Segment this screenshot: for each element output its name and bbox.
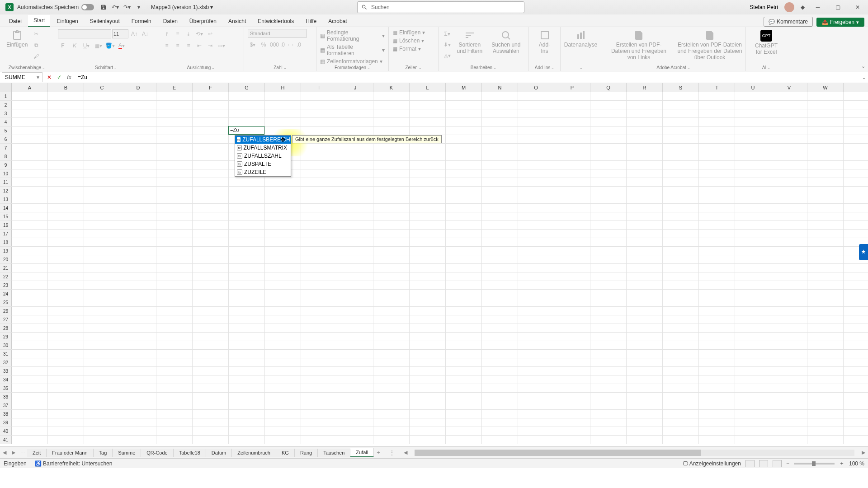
grid-cell[interactable] <box>518 341 554 349</box>
select-all-triangle[interactable] <box>0 83 12 92</box>
grid-cell[interactable] <box>663 350 699 358</box>
grid-cell[interactable] <box>590 178 627 186</box>
grid-cell[interactable] <box>301 204 337 212</box>
grid-cell[interactable] <box>337 118 373 126</box>
row-header[interactable]: 32 <box>0 358 12 366</box>
grid-cell[interactable] <box>699 410 735 418</box>
grid-cell[interactable] <box>663 109 699 117</box>
grid-cell[interactable] <box>518 281 554 289</box>
grid-cell[interactable] <box>699 298 735 306</box>
grid-cell[interactable] <box>193 135 229 143</box>
grid-cell[interactable] <box>373 161 410 169</box>
sort-filter-button[interactable]: Sortieren und Filtern <box>453 29 486 55</box>
grid-cell[interactable] <box>12 384 48 392</box>
grid-cell[interactable] <box>265 350 301 358</box>
grid-cell[interactable] <box>590 350 627 358</box>
grid-cell[interactable] <box>771 212 807 221</box>
grid-cell[interactable] <box>120 144 156 152</box>
grid-cell[interactable] <box>699 135 735 143</box>
grid-cell[interactable] <box>590 375 627 384</box>
grid-cell[interactable] <box>771 178 807 186</box>
grid-cell[interactable] <box>735 358 771 366</box>
grid-cell[interactable] <box>229 255 265 263</box>
grid-cell[interactable] <box>807 169 844 178</box>
grid-cell[interactable] <box>373 247 410 255</box>
grid-cell[interactable] <box>229 230 265 238</box>
grid-cell[interactable] <box>265 401 301 409</box>
grid-cell[interactable] <box>265 333 301 341</box>
conditional-formatting-button[interactable]: ▦ Bedingte Formatierung ▾ <box>320 29 385 42</box>
grid-cell[interactable] <box>265 324 301 332</box>
grid-cell[interactable] <box>193 427 229 435</box>
grid-row[interactable]: 37 <box>0 401 868 410</box>
grid-cell[interactable] <box>265 118 301 126</box>
grid-cell[interactable] <box>590 92 627 100</box>
grid-cell[interactable] <box>735 264 771 272</box>
row-header[interactable]: 22 <box>0 272 12 281</box>
grid-cell[interactable] <box>373 358 410 366</box>
merge-icon[interactable]: ▭▾ <box>216 41 226 51</box>
grid-cell[interactable] <box>518 127 554 135</box>
grid-cell[interactable] <box>193 109 229 117</box>
grid-cell[interactable] <box>554 410 590 418</box>
grid-cell[interactable] <box>410 350 446 358</box>
grid-cell[interactable] <box>663 298 699 306</box>
grid-cell[interactable] <box>590 187 627 195</box>
grid-cell[interactable] <box>120 230 156 238</box>
font-color-icon[interactable]: A▾ <box>117 41 127 51</box>
grid-cell[interactable] <box>265 230 301 238</box>
grid-cell[interactable] <box>482 221 518 229</box>
grid-cell[interactable] <box>518 195 554 203</box>
grid-cell[interactable] <box>482 333 518 341</box>
grid-cell[interactable] <box>48 92 84 100</box>
grid-row[interactable]: 20 <box>0 255 868 264</box>
grid-cell[interactable] <box>518 255 554 263</box>
grid-cell[interactable] <box>699 341 735 349</box>
grid-cell[interactable] <box>771 221 807 229</box>
grid-cell[interactable] <box>735 144 771 152</box>
grid-cell[interactable] <box>807 367 844 375</box>
grid-cell[interactable] <box>554 298 590 306</box>
grid-cell[interactable] <box>373 101 410 109</box>
grid-row[interactable]: 25 <box>0 298 868 307</box>
grid-cell[interactable] <box>84 384 120 392</box>
grid-cell[interactable] <box>84 358 120 366</box>
grid-cell[interactable] <box>337 315 373 324</box>
grid-cell[interactable] <box>771 127 807 135</box>
grid-cell[interactable] <box>554 427 590 435</box>
grid-cell[interactable] <box>337 350 373 358</box>
grid-cell[interactable] <box>337 230 373 238</box>
grid-cell[interactable] <box>337 281 373 289</box>
col-G[interactable]: G <box>229 83 265 92</box>
grid-cell[interactable] <box>156 324 193 332</box>
data-analysis-button[interactable]: Datenanalyse <box>564 29 597 49</box>
grid-cell[interactable] <box>84 264 120 272</box>
fill-icon[interactable]: ⬇▾ <box>442 40 452 50</box>
grid-cell[interactable] <box>84 401 120 409</box>
grid-cell[interactable] <box>410 161 446 169</box>
grid-cell[interactable] <box>12 341 48 349</box>
grid-cell[interactable] <box>193 418 229 427</box>
grid-cell[interactable] <box>735 272 771 281</box>
grid-cell[interactable] <box>337 358 373 366</box>
grid-cell[interactable] <box>120 204 156 212</box>
grid-cell[interactable] <box>193 230 229 238</box>
grid-cell[interactable] <box>446 307 482 315</box>
tab-datei[interactable]: Datei <box>4 16 27 27</box>
autosum-icon[interactable]: Σ▾ <box>442 29 452 39</box>
grid-cell[interactable] <box>84 212 120 221</box>
grid-cell[interactable] <box>301 101 337 109</box>
grid-cell[interactable] <box>663 290 699 298</box>
grid-cell[interactable] <box>156 92 193 100</box>
grid-cell[interactable] <box>446 144 482 152</box>
grid-cell[interactable] <box>373 350 410 358</box>
grid-cell[interactable] <box>84 92 120 100</box>
grid-cell[interactable] <box>482 247 518 255</box>
grid-cell[interactable] <box>120 152 156 160</box>
grid-cell[interactable] <box>446 350 482 358</box>
grid-cell[interactable] <box>48 152 84 160</box>
grid-cell[interactable] <box>84 436 120 444</box>
grid-cell[interactable] <box>771 298 807 306</box>
addins-button[interactable]: Add-Ins <box>533 29 557 55</box>
grid-cell[interactable] <box>120 178 156 186</box>
